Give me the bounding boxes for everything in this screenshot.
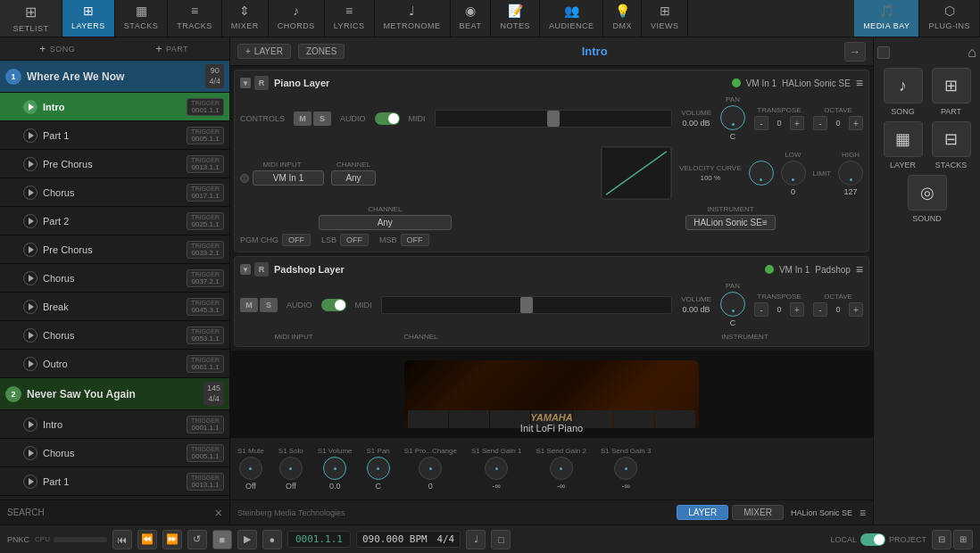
octave-inc-2[interactable]: + — [849, 302, 863, 317]
transpose-inc-2[interactable]: + — [790, 302, 804, 317]
transpose-inc-1[interactable]: + — [790, 116, 804, 130]
view-btn-2[interactable]: ⊞ — [953, 530, 973, 549]
inst-knob-send1[interactable] — [485, 457, 508, 480]
part-row-s2-chorus[interactable]: Chorus TRIGGER 0005.1.1 — [0, 439, 229, 467]
search-close-button[interactable]: × — [215, 506, 222, 520]
add-part-button[interactable]: + PART — [115, 37, 230, 60]
part-row-prechorus1[interactable]: Pre Chorus TRIGGER 0013.1.1 — [0, 150, 229, 178]
msb-val[interactable]: OFF — [401, 234, 429, 246]
octave-dec-1[interactable]: - — [813, 116, 827, 130]
part-play-outro[interactable] — [23, 357, 37, 371]
pgm-chg-val[interactable]: OFF — [282, 234, 311, 246]
tab-mixer[interactable]: ⇕ MIXER — [222, 0, 269, 37]
media-item-sound[interactable]: ◎ SOUND — [877, 175, 976, 223]
octave-dec-2[interactable]: - — [813, 302, 827, 317]
instrument-box-1[interactable]: HALion Sonic SE ≡ — [685, 215, 776, 230]
layer2-r-button[interactable]: R — [254, 262, 269, 276]
inst-knob-send3[interactable] — [614, 457, 637, 480]
tab-notes[interactable]: 📝 NOTES — [491, 0, 540, 37]
part-row-chorus1[interactable]: Chorus TRIGGER 0017.1.1 — [0, 178, 229, 207]
tab-views[interactable]: ⊞ VIEWS — [642, 0, 689, 37]
transpose-dec-1[interactable]: - — [754, 116, 768, 130]
pan-knob-1[interactable] — [720, 105, 745, 130]
inst-knob-send2[interactable] — [550, 457, 573, 480]
play-button[interactable]: ▶ — [237, 530, 257, 549]
part-play-s2-part1[interactable] — [23, 475, 37, 489]
part-play-chorus2[interactable] — [23, 271, 37, 285]
view-btn-1[interactable]: ⊟ — [932, 530, 951, 549]
add-song-button[interactable]: + SONG — [0, 37, 115, 60]
inst-knob-pan[interactable] — [367, 457, 390, 480]
solo-button-1[interactable]: S — [313, 111, 331, 126]
mute-button-1[interactable]: M — [294, 111, 311, 126]
tab-beat[interactable]: ◉ BEAT — [451, 0, 492, 37]
media-item-song[interactable]: ♪ SONG — [882, 68, 925, 116]
part-play-s2-chorus[interactable] — [23, 446, 37, 460]
high-knob-1[interactable] — [838, 161, 863, 186]
part-play-part2[interactable] — [23, 214, 37, 228]
loop-button[interactable]: ↺ — [187, 530, 207, 549]
inst-knob-volume[interactable] — [323, 457, 346, 480]
layer1-r-button[interactable]: R — [254, 76, 269, 90]
part-row-part2[interactable]: Part 2 TRIGGER 0025.1.1 — [0, 207, 229, 235]
part-row-intro[interactable]: Intro TRIGGER 0001.1.1 — [0, 93, 229, 121]
part-play-prechorus2[interactable] — [23, 243, 37, 257]
layer-tab-button[interactable]: LAYER — [677, 505, 728, 520]
tab-tracks[interactable]: ≡ TRACKS — [168, 0, 222, 37]
part-row-break[interactable]: Break TRIGGER 0045.3.1 — [0, 293, 229, 321]
part-play-break[interactable] — [23, 300, 37, 314]
transpose-dec-2[interactable]: - — [754, 302, 768, 317]
solo-button-2[interactable]: S — [260, 298, 278, 312]
velocity-knob-1[interactable] — [749, 161, 774, 186]
pan-knob-2[interactable] — [720, 292, 745, 317]
song-row-2[interactable]: 2 Never Saw You Again 145 4/4 — [0, 378, 229, 410]
part-row-outro[interactable]: Outro TRIGGER 0061.1.1 — [0, 350, 229, 378]
tab-dmx[interactable]: 💡 DMX — [603, 0, 642, 37]
part-play-intro[interactable] — [23, 100, 37, 114]
setlist-section[interactable]: ⊞ SETLIST — [0, 0, 62, 37]
part-row-s2-part1[interactable]: Part 1 TRIGGER 0013.1.1 — [0, 467, 229, 496]
audio-toggle-1[interactable] — [375, 112, 400, 125]
home-icon[interactable]: ⌂ — [968, 45, 976, 61]
part-play-s2-intro[interactable] — [23, 417, 37, 432]
inst-knob-solo[interactable] — [279, 457, 303, 480]
song-row-1[interactable]: 1 Where Are We Now 90 4/4 — [0, 61, 229, 93]
tab-lyrics[interactable]: ≡ LYRICS — [325, 0, 375, 37]
tab-media-bay[interactable]: 🎵 MEDIA BAY — [854, 0, 919, 37]
next-button[interactable]: ⏩ — [162, 530, 182, 549]
mute-button-2[interactable]: M — [240, 298, 258, 312]
rewind-button[interactable]: ⏮ — [112, 530, 132, 549]
layer1-bars-icon[interactable]: ≡ — [856, 76, 863, 90]
part-row-chorus2[interactable]: Chorus TRIGGER 0037.2.1 — [0, 264, 229, 293]
fader-1[interactable] — [435, 110, 673, 128]
inst-knob-prog[interactable] — [419, 457, 442, 480]
tab-plug-ins[interactable]: ⬡ PLUG-INS — [919, 0, 980, 37]
audio-toggle-2[interactable] — [321, 299, 346, 311]
zones-button[interactable]: ZONES — [298, 44, 345, 59]
inst-knob-mute[interactable] — [239, 457, 262, 480]
octave-inc-1[interactable]: + — [849, 116, 863, 130]
add-layer-button[interactable]: + LAYER — [237, 44, 291, 59]
instrument-bars-icon[interactable]: ≡ — [860, 507, 866, 519]
midi-channel-1[interactable]: Any — [331, 170, 376, 186]
channel-box-1[interactable]: Any — [319, 215, 452, 230]
low-knob-1[interactable] — [781, 161, 806, 186]
media-item-part[interactable]: ⊞ PART — [930, 68, 973, 116]
tab-chords[interactable]: ♪ CHORDS — [269, 0, 325, 37]
settings-button[interactable]: □ — [491, 530, 511, 549]
part-play-prechorus1[interactable] — [23, 157, 37, 171]
next-section-button[interactable]: → — [844, 42, 866, 62]
tab-audience[interactable]: 👥 AUDIENCE — [540, 0, 604, 37]
lsb-val[interactable]: OFF — [340, 234, 369, 246]
midi-input-select-1[interactable]: VM In 1 — [253, 170, 324, 186]
part-row-s2-intro[interactable]: Intro TRIGGER 0001.1.1 — [0, 410, 229, 439]
stop-button[interactable]: ■ — [212, 530, 232, 549]
media-item-layer[interactable]: ▦ LAYER — [882, 121, 925, 169]
tab-layers[interactable]: ⊞ LAYERS — [62, 0, 115, 37]
part-play-chorus1[interactable] — [23, 186, 37, 200]
tab-metronome[interactable]: ♩ METRONOME — [375, 0, 451, 37]
media-item-stacks[interactable]: ⊟ STACKS — [930, 121, 973, 169]
part-row-prechorus2[interactable]: Pre Chorus TRIGGER 0033.2.1 — [0, 235, 229, 264]
part-row-chorus3[interactable]: Chorus TRIGGER 0053.1.1 — [0, 321, 229, 350]
part-row-part1[interactable]: Part 1 TRIGGER 0005.1.1 — [0, 121, 229, 150]
